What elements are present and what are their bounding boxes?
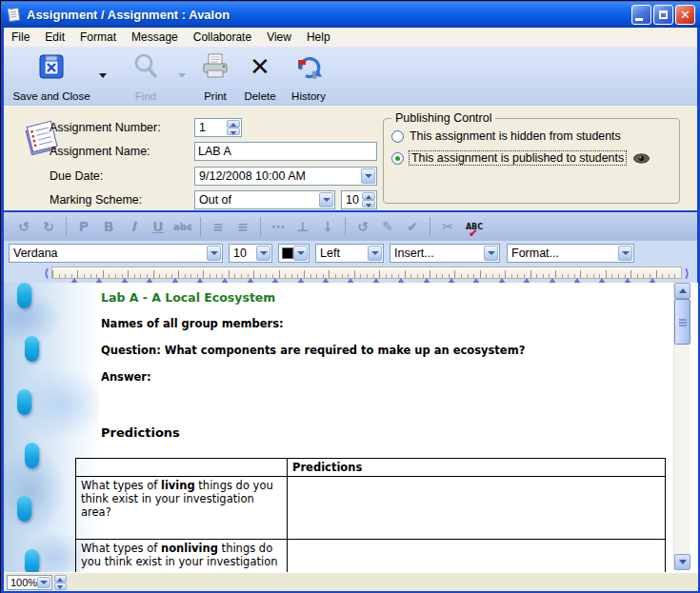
scroll-up-button[interactable] [674, 283, 690, 299]
binding-ring [17, 389, 31, 415]
print-button[interactable]: Print [194, 52, 236, 102]
table-row: What types of nonliving things do you th… [76, 540, 666, 573]
print-label: Print [204, 90, 227, 102]
font-color-dropdown[interactable] [278, 244, 310, 263]
chevron-down-icon[interactable] [618, 246, 632, 261]
format-toolbar: ↺ ↻ P B I U abc ≡ ≡ ⋯ ⊥ ↓ ↺ ✎ ✔ ✂ ABC ✔ [4, 212, 697, 241]
document-editor[interactable]: Lab A - A Local Ecosystem Names of all g… [4, 283, 698, 572]
close-icon: ✕ [680, 8, 690, 22]
insert-dropdown[interactable]: Insert... [390, 244, 500, 263]
radio-checked-icon[interactable] [391, 152, 404, 165]
question-cell-nonliving: What types of nonliving things do you th… [76, 540, 288, 573]
zoom-spinner[interactable] [54, 575, 67, 590]
spin-up-icon[interactable] [54, 575, 67, 583]
assignment-number-spinner[interactable]: 1 [194, 118, 242, 137]
ruler-row: ⟨ ⟩ [4, 266, 697, 283]
toolbar-separator [66, 217, 67, 236]
chevron-down-icon[interactable] [207, 246, 221, 261]
app-icon [6, 7, 22, 23]
save-and-close-label: Save and Close [12, 90, 90, 102]
menu-format[interactable]: Format [72, 29, 124, 46]
menu-collaborate[interactable]: Collaborate [186, 29, 259, 46]
assignment-name-input[interactable] [194, 142, 377, 161]
binding-ring [25, 443, 39, 468]
due-date-label: Due Date: [50, 167, 103, 186]
close-button[interactable]: ✕ [675, 5, 695, 25]
publishing-control-group: Publishing Control This assignment is hi… [383, 118, 680, 204]
vertical-scrollbar[interactable] [673, 283, 690, 570]
insert-value: Insert... [394, 245, 434, 262]
spin-up-icon[interactable] [227, 120, 240, 128]
publishing-control-legend: Publishing Control [391, 111, 495, 125]
hidden-option-row[interactable]: This assignment is hidden from students [391, 128, 621, 144]
hidden-option-label[interactable]: This assignment is hidden from students [410, 129, 621, 143]
menu-bar: File Edit Format Message Collaborate Vie… [4, 28, 697, 47]
save-dropdown-arrow-icon[interactable] [99, 73, 107, 78]
binding-ring [25, 549, 39, 572]
assignment-form: Assignment Number: 1 Assignment Name: Du… [4, 106, 697, 210]
chevron-down-icon[interactable] [484, 246, 498, 261]
alignment-dropdown[interactable]: Left [315, 244, 384, 263]
delete-icon: ✕ [250, 52, 270, 81]
format-dropdown[interactable]: Format... [507, 244, 634, 263]
chevron-down-icon [679, 560, 687, 564]
marking-points-spinner[interactable]: 10 [341, 190, 377, 209]
print-icon [201, 52, 230, 81]
toolbar-separator [345, 217, 346, 236]
menu-file[interactable]: File [4, 29, 37, 46]
minimize-button[interactable] [631, 5, 651, 25]
find-label: Find [135, 90, 156, 102]
chevron-down-icon[interactable] [293, 246, 308, 261]
assignment-name-label: Assignment Name: [50, 142, 150, 161]
table-row: What types of living things do you think… [76, 477, 666, 540]
due-date-dropdown[interactable]: 9/12/2008 10:00 AM [194, 167, 377, 186]
delete-button[interactable]: ✕ Delete [238, 52, 282, 102]
scrollbar-thumb[interactable] [674, 299, 690, 345]
chevron-down-icon[interactable] [319, 192, 333, 208]
table-header-row: Predictions [76, 459, 666, 477]
refresh-icon: ↺ [350, 219, 375, 234]
format-value: Format... [511, 245, 559, 262]
spin-down-icon[interactable] [362, 200, 375, 208]
font-size-dropdown[interactable]: 10 [229, 244, 272, 263]
italic-icon: I [121, 219, 146, 234]
chevron-down-icon[interactable] [37, 577, 50, 588]
answer-line: Answer: [101, 370, 151, 384]
predictions-table: Predictions What types of living things … [75, 458, 666, 572]
menu-message[interactable]: Message [124, 29, 186, 46]
predictions-heading: Predictions [101, 425, 180, 440]
maximize-button[interactable] [653, 5, 673, 25]
underline-icon: U [146, 219, 170, 234]
answer-cell[interactable] [288, 540, 666, 573]
marking-scheme-dropdown[interactable]: Out of [194, 190, 335, 209]
chevron-down-icon[interactable] [368, 246, 382, 261]
toolbar-separator [430, 217, 430, 236]
marking-scheme-value: Out of [199, 191, 231, 208]
menu-help[interactable]: Help [299, 29, 338, 46]
thumb-grip [679, 319, 687, 321]
chevron-down-icon[interactable] [256, 246, 270, 261]
spellcheck-check-icon: ✔ [469, 228, 478, 238]
undo-icon: ↺ [11, 219, 36, 234]
menu-view[interactable]: View [259, 29, 299, 46]
toolbar-separator [260, 217, 261, 236]
history-button[interactable]: History [284, 52, 333, 102]
history-icon [294, 52, 323, 81]
find-dropdown-arrow-icon [178, 73, 186, 78]
answer-cell[interactable] [288, 477, 666, 540]
radio-unchecked-icon[interactable] [391, 130, 404, 143]
color-swatch [282, 247, 293, 259]
chevron-down-icon[interactable] [361, 168, 375, 184]
save-and-close-button[interactable]: Save and Close [6, 52, 97, 102]
zoom-dropdown[interactable]: 100% [7, 575, 52, 590]
spellcheck-icon[interactable]: ABC ✔ [460, 221, 489, 232]
spin-up-icon[interactable] [362, 192, 375, 200]
published-option-row[interactable]: This assignment is published to students [391, 150, 650, 166]
spin-down-icon[interactable] [54, 583, 67, 590]
spin-down-icon[interactable] [227, 128, 240, 135]
menu-edit[interactable]: Edit [37, 29, 72, 46]
font-family-dropdown[interactable]: Verdana [9, 244, 223, 263]
published-option-label[interactable]: This assignment is published to students [410, 151, 626, 165]
marking-scheme-label: Marking Scheme: [50, 190, 142, 209]
scroll-down-button[interactable] [674, 554, 690, 570]
